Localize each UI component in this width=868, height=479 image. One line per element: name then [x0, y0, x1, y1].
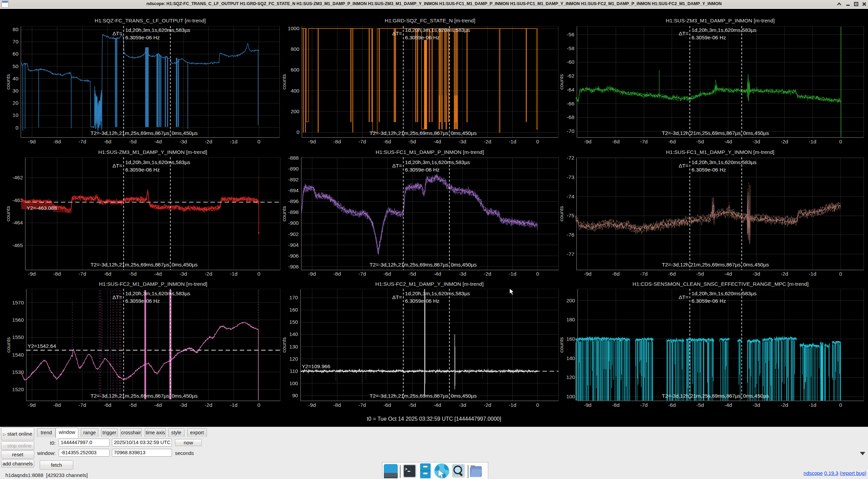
svg-text:H1:SUS-FC2_M1_DAMP_P_INMON [m-: H1:SUS-FC2_M1_DAMP_P_INMON [m-trend] — [99, 281, 208, 287]
svg-text:-7d: -7d — [79, 139, 86, 144]
svg-text:0ms,450µs: 0ms,450µs — [172, 130, 198, 136]
svg-text:H1:SQZ-FC_TRANS_C_LF_OUTPUT [m: H1:SQZ-FC_TRANS_C_LF_OUTPUT [m-trend] — [95, 18, 206, 23]
svg-text:-5d: -5d — [696, 139, 704, 144]
svg-text:-8d: -8d — [333, 402, 341, 408]
svg-text:-5d: -5d — [409, 271, 416, 277]
svg-text:ΔT=: ΔT= — [113, 294, 122, 300]
svg-text:counts: counts — [558, 206, 564, 221]
svg-text:-9d: -9d — [584, 139, 591, 144]
svg-text:-6d: -6d — [668, 402, 676, 408]
svg-text:ΔT=: ΔT= — [392, 31, 402, 36]
svg-text:-9d: -9d — [308, 139, 316, 144]
svg-text:1560: 1560 — [12, 317, 24, 323]
svg-text:-8d: -8d — [612, 139, 619, 144]
svg-text:-5d: -5d — [129, 139, 136, 144]
svg-text:-6d: -6d — [104, 402, 111, 408]
svg-text:-2d: -2d — [781, 402, 788, 408]
svg-text:1d,20h,3m,1s,620ms,583µs: 1d,20h,3m,1s,620ms,583µs — [692, 291, 757, 296]
svg-text:6.3059e-06 Hz: 6.3059e-06 Hz — [125, 35, 160, 40]
svg-text:20: 20 — [13, 100, 19, 106]
svg-text:-8d: -8d — [333, 139, 341, 144]
svg-text:0: 0 — [839, 271, 842, 277]
svg-text:-3d: -3d — [459, 402, 466, 408]
svg-text:H1:SUS-FC1_M1_DAMP_P_INMON [m-: H1:SUS-FC1_M1_DAMP_P_INMON [m-trend] — [376, 149, 484, 155]
svg-text:0ms,450µs: 0ms,450µs — [451, 262, 477, 267]
svg-text:-4d: -4d — [434, 271, 441, 277]
svg-text:0: 0 — [536, 271, 539, 277]
svg-text:-3d: -3d — [179, 139, 187, 144]
svg-text:-6d: -6d — [383, 402, 391, 408]
svg-text:160: 160 — [289, 307, 298, 313]
svg-text:ΔT=: ΔT= — [392, 163, 402, 168]
svg-text:-1d: -1d — [509, 139, 516, 144]
svg-text:-9d: -9d — [28, 271, 36, 277]
svg-text:-1d: -1d — [809, 402, 816, 408]
svg-text:0ms,450µs: 0ms,450µs — [743, 262, 769, 267]
svg-text:counts: counts — [5, 206, 11, 221]
svg-text:H1:GRD-SQZ_FC_STATE_N [m-trend: H1:GRD-SQZ_FC_STATE_N [m-trend] — [384, 18, 475, 23]
svg-text:-56: -56 — [567, 32, 574, 37]
svg-text:-1d: -1d — [509, 271, 516, 277]
svg-text:1550: 1550 — [12, 334, 24, 340]
svg-text:counts: counts — [5, 337, 11, 353]
svg-text:-3d: -3d — [179, 402, 187, 408]
svg-text:-9d: -9d — [308, 271, 316, 277]
svg-text:-906: -906 — [288, 253, 299, 259]
svg-text:6.3059e-06 Hz: 6.3059e-06 Hz — [125, 167, 160, 173]
svg-text:counts: counts — [281, 206, 287, 221]
svg-text:-6d: -6d — [383, 139, 391, 144]
svg-text:140: 140 — [289, 331, 298, 337]
svg-text:0ms,450µs: 0ms,450µs — [172, 262, 198, 267]
svg-text:T2=-3d,12h,21m,25s,69ms,867µs: T2=-3d,12h,21m,25s,69ms,867µs — [91, 393, 170, 399]
svg-text:-4d: -4d — [154, 402, 162, 408]
svg-text:200: 200 — [566, 298, 575, 303]
svg-text:1d,20h,3m,1s,620ms,583µs: 1d,20h,3m,1s,620ms,583µs — [405, 159, 470, 165]
svg-text:-4d: -4d — [434, 402, 441, 408]
svg-text:-904: -904 — [288, 242, 299, 248]
svg-text:-1d: -1d — [809, 139, 816, 144]
svg-text:-8d: -8d — [333, 271, 341, 277]
svg-text:-3d: -3d — [459, 271, 466, 277]
svg-text:1d,20h,3m,1s,620ms,583µs: 1d,20h,3m,1s,620ms,583µs — [125, 159, 191, 165]
svg-text:-8d: -8d — [53, 139, 61, 144]
svg-text:60: 60 — [13, 51, 19, 57]
svg-text:-4d: -4d — [154, 271, 162, 277]
svg-text:30: 30 — [13, 88, 19, 94]
svg-text:50: 50 — [13, 63, 19, 69]
svg-text:1d,20h,3m,1s,620ms,583µs: 1d,20h,3m,1s,620ms,583µs — [125, 291, 191, 296]
svg-text:6.3059e-06 Hz: 6.3059e-06 Hz — [692, 167, 726, 173]
svg-text:-68: -68 — [567, 114, 574, 120]
svg-text:0: 0 — [536, 139, 539, 144]
svg-text:6.3059e-06 Hz: 6.3059e-06 Hz — [405, 298, 440, 304]
svg-text:6.3059e-06 Hz: 6.3059e-06 Hz — [692, 35, 726, 40]
svg-text:-72: -72 — [567, 155, 574, 161]
svg-text:-4d: -4d — [724, 271, 732, 277]
svg-text:6.3059e-06 Hz: 6.3059e-06 Hz — [692, 298, 726, 304]
svg-text:0: 0 — [536, 402, 539, 408]
svg-text:-62: -62 — [567, 73, 574, 79]
svg-text:0: 0 — [839, 139, 842, 144]
svg-text:400: 400 — [291, 88, 299, 94]
svg-text:-9d: -9d — [308, 402, 316, 408]
svg-text:-1d: -1d — [230, 139, 237, 144]
svg-text:-75: -75 — [567, 213, 574, 218]
svg-text:100: 100 — [566, 394, 575, 399]
svg-text:-1d: -1d — [230, 271, 237, 277]
svg-text:-6d: -6d — [668, 271, 676, 277]
svg-text:H1:SUS-ZM3_M1_DAMP_P_INMON [m-: H1:SUS-ZM3_M1_DAMP_P_INMON [m-trend] — [666, 18, 775, 23]
svg-text:-7d: -7d — [358, 271, 366, 277]
svg-text:ΔT=: ΔT= — [392, 294, 402, 300]
svg-text:600: 600 — [291, 67, 299, 73]
svg-text:-2d: -2d — [781, 271, 788, 277]
svg-text:-3d: -3d — [459, 139, 466, 144]
svg-text:1d,20h,3m,1s,620ms,583µs: 1d,20h,3m,1s,620ms,583µs — [692, 27, 757, 33]
svg-text:T2=-3d,12h,21m,25s,69ms,867µs: T2=-3d,12h,21m,25s,69ms,867µs — [370, 262, 449, 267]
svg-text:170: 170 — [289, 295, 298, 300]
svg-text:Y2=109.966: Y2=109.966 — [302, 363, 330, 369]
svg-text:counts: counts — [281, 337, 287, 353]
svg-text:H1:SUS-ZM3_M1_DAMP_Y_INMON [m-: H1:SUS-ZM3_M1_DAMP_Y_INMON [m-trend] — [98, 149, 207, 155]
svg-text:-5d: -5d — [129, 271, 136, 277]
svg-text:160: 160 — [566, 336, 575, 342]
svg-text:counts: counts — [5, 74, 11, 89]
svg-text:10: 10 — [13, 112, 19, 118]
